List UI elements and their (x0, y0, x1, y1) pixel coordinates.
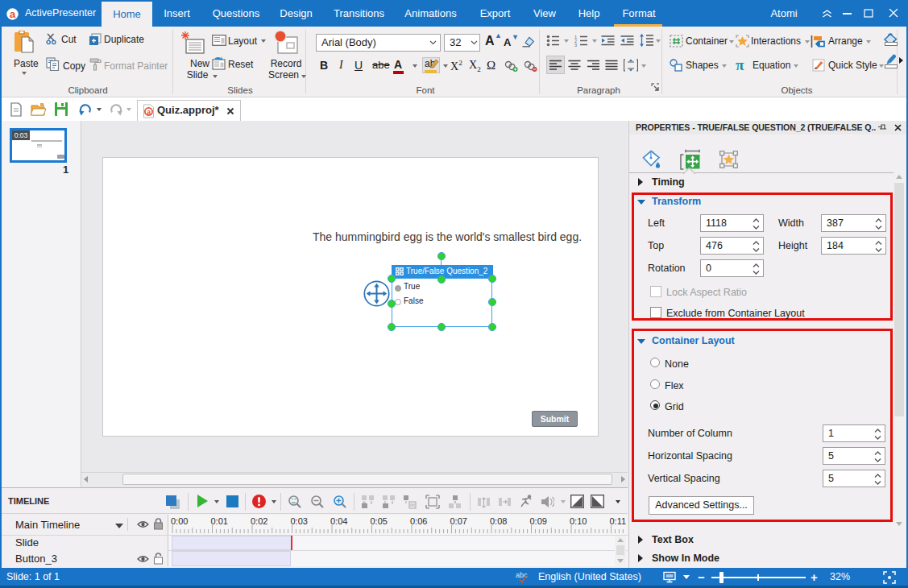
svg-text:a: a (147, 108, 151, 116)
svg-text:abc: abc (516, 571, 528, 579)
svg-text:a: a (10, 8, 16, 20)
svg-text:3: 3 (574, 43, 577, 47)
